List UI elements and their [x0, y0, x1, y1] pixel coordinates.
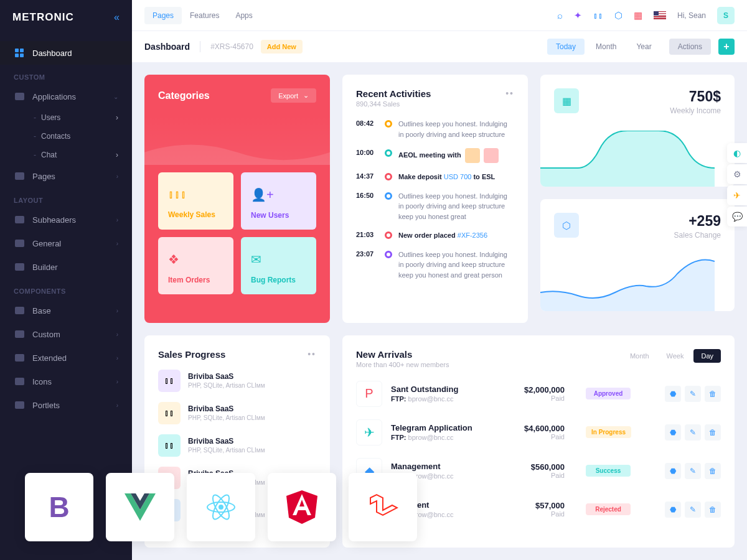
project-icon: ⫾⫾: [158, 370, 181, 392]
timeline-dot-icon: [385, 120, 392, 128]
nav-icons[interactable]: Icons›: [0, 370, 132, 393]
nav-base[interactable]: Base›: [0, 299, 132, 322]
bug-reports-card[interactable]: ✉Bug Reports: [241, 237, 316, 294]
search-icon[interactable]: ⌕: [557, 10, 563, 21]
edit-icon[interactable]: ✎: [685, 424, 701, 441]
brand-logo: METRONIC: [12, 11, 74, 24]
timeline-time: 21:03: [356, 230, 378, 241]
avatar-icon: [465, 148, 480, 163]
user-plus-icon: 👤+: [251, 187, 306, 202]
progress-item[interactable]: ⫾⫾ Briviba SaaSPHP, SQLite, Artisan CLIм…: [158, 402, 316, 424]
progress-item[interactable]: ⫾⫾ Briviba SaaSPHP, SQLite, Artisan CLIм…: [158, 434, 316, 457]
timeline-text: AEOL meeting with: [398, 148, 514, 163]
nav-portlets[interactable]: Portlets›: [0, 393, 132, 417]
status-badge: Rejected: [586, 503, 631, 515]
timeline-time: 23:07: [356, 250, 378, 281]
period-today[interactable]: Today: [547, 39, 585, 55]
toggle-icon[interactable]: ⬣: [665, 424, 681, 441]
timeline-time: 16:50: [356, 191, 378, 222]
seg-week[interactable]: Week: [659, 349, 692, 363]
record-code: #XRS-45670: [210, 42, 253, 51]
cart-icon[interactable]: ⬡: [614, 10, 622, 21]
activities-card: Recent Activities 890,344 Sales •• 08:42…: [342, 75, 528, 323]
nav-dashboard[interactable]: Dashboard: [0, 41, 132, 65]
delete-icon[interactable]: 🗑: [705, 463, 721, 479]
cart-icon: ⬡: [554, 213, 579, 238]
nav-users[interactable]: -Users›: [0, 108, 132, 127]
nav-contacts[interactable]: -Contacts: [0, 127, 132, 146]
weekly-income-card: ▦ 750$ Weekly Income: [540, 75, 735, 187]
svg-rect-2: [15, 54, 19, 57]
project-icon: ⫾⫾: [158, 402, 181, 424]
item-orders-card[interactable]: ❖Item Orders: [158, 237, 233, 294]
timeline-dot-icon: [385, 173, 392, 180]
apps-icon: [14, 91, 25, 102]
status-badge: In Progress: [586, 426, 631, 438]
sales-change-card: ⬡ +259 Sales Change: [540, 199, 735, 311]
nav-subheaders[interactable]: Subheaders›: [0, 208, 132, 231]
weekly-sales-card[interactable]: ⫾⫾⫾Weekly Sales: [158, 172, 233, 230]
add-button[interactable]: +: [718, 39, 735, 55]
react-icon[interactable]: [187, 473, 255, 541]
grid-icon[interactable]: ▦: [634, 10, 642, 21]
angular-icon[interactable]: [268, 473, 336, 541]
toggle-icon[interactable]: ⬣: [665, 502, 681, 518]
laravel-icon[interactable]: [349, 473, 417, 541]
nav-custom[interactable]: Custom›: [0, 322, 132, 346]
seg-month[interactable]: Month: [622, 349, 657, 363]
delete-icon[interactable]: 🗑: [705, 424, 721, 441]
nav-builder[interactable]: Builder: [0, 255, 132, 279]
greeting: Hi, Sean: [677, 11, 706, 20]
svg-rect-1: [20, 49, 24, 52]
tab-features[interactable]: Features: [182, 7, 227, 24]
timeline-text: New order placed #XF-2356: [398, 230, 514, 241]
collapse-sidebar-icon[interactable]: «: [114, 12, 120, 23]
delete-icon[interactable]: 🗑: [705, 502, 721, 518]
more-icon[interactable]: ••: [505, 88, 514, 108]
export-button[interactable]: Export⌄: [271, 88, 316, 103]
more-icon[interactable]: ••: [308, 349, 316, 360]
svg-rect-3: [20, 54, 24, 57]
toggle-icon[interactable]: ⬣: [665, 463, 681, 479]
bootstrap-icon[interactable]: B: [25, 473, 93, 541]
nav-applications[interactable]: Applications ⌄: [0, 85, 132, 108]
progress-item[interactable]: ⫾⫾ Briviba SaaSPHP, SQLite, Artisan CLIм…: [158, 370, 316, 392]
send-icon[interactable]: ✈: [727, 185, 747, 205]
chat-icon[interactable]: 💬: [727, 207, 747, 226]
tab-apps[interactable]: Apps: [227, 7, 260, 24]
timeline-text: Make deposit USD 700 to ESL: [398, 172, 514, 182]
actions-button[interactable]: Actions: [669, 39, 711, 55]
nav-chat[interactable]: -Chat›: [0, 146, 132, 164]
seg-day[interactable]: Day: [693, 349, 721, 363]
tab-pages[interactable]: Pages: [144, 7, 182, 24]
timeline-time: 14:37: [356, 172, 378, 182]
settings-icon[interactable]: ⚙: [727, 164, 747, 184]
period-month[interactable]: Month: [587, 39, 625, 55]
add-new-button[interactable]: Add New: [261, 40, 303, 54]
page-title: Dashboard: [144, 42, 190, 52]
timeline-time: 08:42: [356, 119, 378, 139]
nav-general[interactable]: General›: [0, 231, 132, 255]
edit-icon[interactable]: ✎: [685, 386, 701, 402]
toggle-icon[interactable]: ⬣: [665, 386, 681, 402]
flag-us-icon[interactable]: [654, 11, 666, 20]
mail-icon: ✉: [251, 252, 306, 267]
nav-extended[interactable]: Extended›: [0, 346, 132, 370]
theme-icon[interactable]: ◐: [727, 143, 747, 163]
user-avatar[interactable]: S: [717, 7, 735, 24]
edit-icon[interactable]: ✎: [685, 463, 701, 479]
delete-icon[interactable]: 🗑: [705, 386, 721, 402]
chart-icon[interactable]: ⫾⫾: [593, 10, 603, 21]
section-layout: LAYOUT: [0, 188, 132, 208]
timeline-text: Outlines keep you honest. Indulging in p…: [398, 250, 514, 281]
timeline-text: Outlines keep you honest. Indulging in p…: [398, 119, 514, 139]
edit-icon[interactable]: ✎: [685, 502, 701, 518]
nav-pages[interactable]: Pages›: [0, 164, 132, 188]
arrival-icon: P: [356, 381, 382, 407]
timeline-time: 10:00: [356, 148, 378, 163]
period-year[interactable]: Year: [627, 39, 660, 55]
compose-icon[interactable]: ✦: [574, 10, 582, 21]
chevron-down-icon: ⌄: [303, 91, 309, 100]
vue-icon[interactable]: [106, 473, 174, 541]
new-users-card[interactable]: 👤+New Users: [241, 172, 316, 230]
